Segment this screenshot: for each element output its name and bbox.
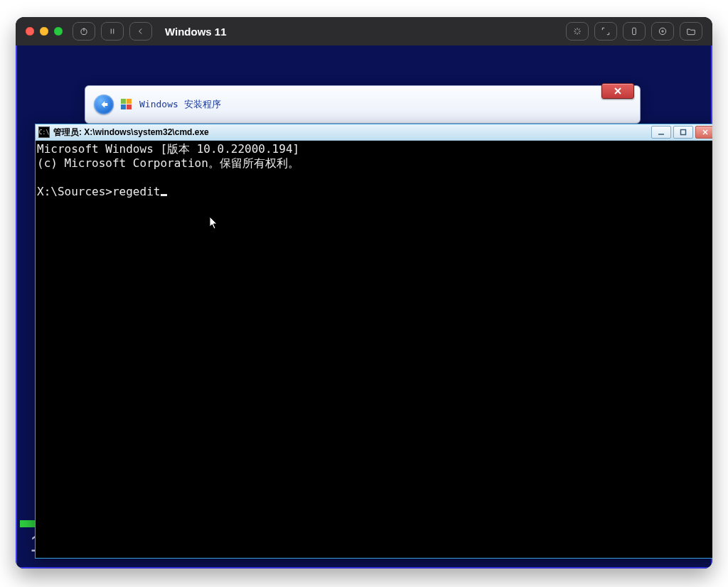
pause-button[interactable] — [101, 22, 124, 41]
cmd-icon: C:\ — [38, 126, 50, 138]
minimize-icon[interactable] — [40, 27, 48, 36]
mac-titlebar: Windows 11 — [16, 17, 712, 45]
cmd-banner-line2: (c) Microsoft Corporation。保留所有权利。 — [37, 156, 299, 170]
svg-point-14 — [662, 31, 663, 32]
vm-title: Windows 11 — [165, 26, 560, 38]
cmd-close-button[interactable] — [695, 126, 712, 139]
cmd-banner-line1: Microsoft Windows [版本 10.0.22000.194] — [37, 142, 299, 156]
guest-desktop[interactable]: 12 — [16, 45, 712, 569]
svg-rect-20 — [127, 104, 132, 109]
cursor-icon — [161, 194, 167, 196]
cmd-prompt: X:\Sources> — [37, 185, 112, 198]
back-button[interactable] — [129, 22, 152, 41]
power-button[interactable] — [73, 22, 95, 41]
svg-rect-18 — [127, 99, 132, 104]
cmd-input[interactable]: regedit — [112, 185, 160, 198]
cmd-minimize-button[interactable] — [651, 126, 671, 139]
fullscreen-icon[interactable] — [594, 22, 617, 41]
svg-rect-22 — [681, 130, 686, 135]
close-icon[interactable] — [26, 27, 34, 36]
cmd-terminal[interactable]: Microsoft Windows [版本 10.0.22000.194] (c… — [36, 141, 712, 558]
cmd-maximize-button[interactable] — [673, 126, 693, 139]
svg-line-9 — [579, 33, 580, 34]
folder-icon[interactable] — [680, 22, 702, 41]
activity-icon[interactable] — [566, 22, 589, 41]
cmd-titlebar[interactable]: C:\ 管理员: X:\windows\system32\cmd.exe — [36, 124, 712, 141]
svg-line-10 — [575, 33, 577, 34]
setup-back-button[interactable] — [94, 95, 114, 114]
status-chip — [20, 520, 36, 527]
setup-title: Windows 安装程序 — [139, 98, 221, 111]
cmd-window[interactable]: C:\ 管理员: X:\windows\system32\cmd.exe — [35, 124, 712, 559]
svg-point-13 — [659, 28, 665, 34]
vm-host-window: Windows 11 — [16, 17, 712, 569]
svg-rect-12 — [633, 28, 636, 34]
windows-setup-window[interactable]: Windows 安装程序 — [85, 85, 641, 124]
usb-icon[interactable] — [623, 22, 646, 41]
zoom-icon[interactable] — [54, 27, 63, 36]
windows-setup-icon — [121, 99, 132, 110]
traffic-lights — [26, 27, 63, 36]
disc-icon[interactable] — [651, 22, 674, 41]
svg-rect-19 — [121, 104, 126, 109]
svg-rect-17 — [121, 99, 126, 104]
cmd-title: 管理员: X:\windows\system32\cmd.exe — [53, 126, 651, 139]
svg-line-8 — [575, 29, 577, 31]
svg-line-11 — [579, 29, 580, 31]
